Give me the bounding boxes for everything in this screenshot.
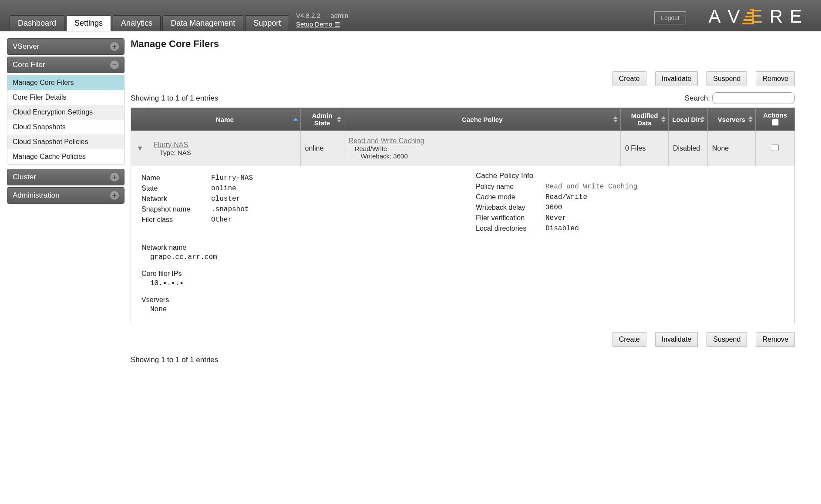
plus-icon: + xyxy=(110,173,119,181)
sidebar: VServer + Core Filer − Manage Core Filer… xyxy=(0,31,126,382)
filer-name-link[interactable]: Flurry-NAS xyxy=(154,141,188,148)
tab-dashboard[interactable]: Dashboard xyxy=(10,15,64,31)
tab-settings[interactable]: Settings xyxy=(66,15,111,31)
cache-policy-info-heading: Cache Policy Info xyxy=(476,171,784,180)
cell-admin-state: online xyxy=(300,131,344,166)
action-toolbar-top: Create Invalidate Suspend Remove xyxy=(131,71,795,86)
sidebar-item-core-filer-details[interactable]: Core Filer Details xyxy=(7,90,124,105)
core-ips-value: 10.▪.▪.▪ xyxy=(150,279,784,287)
remove-button[interactable]: Remove xyxy=(756,71,795,86)
network-name-label: Network name xyxy=(141,244,784,252)
invalidate-button[interactable]: Invalidate xyxy=(655,71,698,86)
col-local-dirs[interactable]: Local Dirs xyxy=(669,108,708,131)
core-filers-table: Name Admin State Cache Policy Modified D… xyxy=(131,108,795,166)
sidebar-section-vserver[interactable]: VServer + xyxy=(7,38,124,55)
avere-logo: AV ERE xyxy=(709,6,808,27)
col-vservers[interactable]: Vservers xyxy=(708,108,756,131)
sidebar-item-cloud-snapshot-policies[interactable]: Cloud Snapshot Policies xyxy=(7,134,124,149)
sidebar-section-cluster[interactable]: Cluster + xyxy=(7,169,124,185)
search-label: Search: xyxy=(685,94,710,102)
sort-desc-icon xyxy=(613,120,618,122)
policy-name-link[interactable]: Read and Write Caching xyxy=(545,183,637,191)
detail-label: Name xyxy=(141,174,211,182)
detail-value: .snapshot xyxy=(211,205,249,213)
search-input[interactable] xyxy=(712,92,795,104)
plus-icon: + xyxy=(110,191,119,200)
table-row: ▼ Flurry-NAS Type: NAS online Read and W… xyxy=(131,131,795,166)
detail-label: State xyxy=(141,185,211,192)
network-name-value: grape.cc.arr.com xyxy=(150,253,784,261)
detail-label: Writeback delay xyxy=(476,204,545,212)
col-expand xyxy=(131,108,149,131)
suspend-button[interactable]: Suspend xyxy=(707,71,747,86)
invalidate-button[interactable]: Invalidate xyxy=(655,332,698,347)
row-details-panel: NameFlurry-NAS Stateonline Networkcluste… xyxy=(131,166,795,324)
sort-asc-icon xyxy=(337,116,341,119)
row-expander[interactable]: ▼ xyxy=(131,131,149,166)
action-toolbar-bottom: Create Invalidate Suspend Remove xyxy=(131,332,795,347)
sort-asc-icon xyxy=(700,116,705,119)
create-button[interactable]: Create xyxy=(612,332,646,347)
suspend-button[interactable]: Suspend xyxy=(707,332,747,347)
sort-asc-icon xyxy=(613,116,618,119)
detail-label: Local directories xyxy=(476,225,545,232)
col-name[interactable]: Name xyxy=(149,108,301,131)
tab-data-management[interactable]: Data Management xyxy=(162,15,243,31)
tab-analytics[interactable]: Analytics xyxy=(113,15,161,31)
cell-vservers: None xyxy=(708,131,756,166)
plus-icon: + xyxy=(110,42,119,51)
sort-asc-icon xyxy=(293,118,298,121)
detail-label: Network xyxy=(141,195,211,203)
select-all-checkbox[interactable] xyxy=(772,119,779,126)
tab-support[interactable]: Support xyxy=(245,15,289,31)
sidebar-section-administration[interactable]: Administration + xyxy=(7,187,124,204)
sidebar-item-manage-core-filers[interactable]: Manage Core Filers xyxy=(7,75,124,90)
top-header: Logout AV ERE V4.8.2.2 --- admin Setup D… xyxy=(0,0,821,31)
detail-label: Filer verification xyxy=(476,214,545,222)
detail-value: Read/Write xyxy=(545,193,587,201)
detail-value: Other xyxy=(211,216,232,224)
detail-label: Policy name xyxy=(476,183,545,191)
filer-type: Type: NAS xyxy=(160,149,296,156)
cell-local-dirs: Disabled xyxy=(669,131,708,166)
detail-value: online xyxy=(211,185,236,192)
setup-demo-link[interactable]: Setup Demo ☰ xyxy=(296,20,340,28)
detail-value: Flurry-NAS xyxy=(211,174,253,182)
header-meta: V4.8.2.2 --- admin Setup Demo ☰ xyxy=(296,11,348,28)
cache-policy-link[interactable]: Read and Write Caching xyxy=(349,137,424,144)
page-title: Manage Core Filers xyxy=(131,38,795,50)
sidebar-item-manage-cache-policies[interactable]: Manage Cache Policies xyxy=(7,149,124,164)
sidebar-section-core-filer[interactable]: Core Filer − xyxy=(7,57,124,73)
sort-asc-icon xyxy=(748,116,753,119)
showing-text-bottom: Showing 1 to 1 of 1 entries xyxy=(131,356,795,364)
doc-icon: ☰ xyxy=(334,20,340,28)
col-cache-policy[interactable]: Cache Policy xyxy=(344,108,620,131)
main-content: Manage Core Filers Create Invalidate Sus… xyxy=(126,31,821,382)
col-modified-data[interactable]: Modified Data xyxy=(621,108,669,131)
remove-button[interactable]: Remove xyxy=(756,332,795,347)
sidebar-item-cloud-encryption[interactable]: Cloud Encryption Settings xyxy=(7,105,124,120)
sort-desc-icon xyxy=(337,120,341,122)
main-tabs: Dashboard Settings Analytics Data Manage… xyxy=(10,15,289,31)
cell-modified-data: 0 Files xyxy=(621,131,669,166)
detail-label: Filer class xyxy=(141,216,211,224)
row-checkbox[interactable] xyxy=(772,144,779,151)
detail-label: Cache mode xyxy=(476,193,545,201)
detail-value: Never xyxy=(545,214,566,222)
logout-button[interactable]: Logout xyxy=(654,11,686,24)
create-button[interactable]: Create xyxy=(612,71,646,86)
sidebar-item-cloud-snapshots[interactable]: Cloud Snapshots xyxy=(7,120,124,134)
sort-desc-icon xyxy=(748,120,753,122)
detail-label: Snapshot name xyxy=(141,205,211,213)
detail-value: cluster xyxy=(211,195,240,203)
minus-icon: − xyxy=(110,60,119,69)
version-text: V4.8.2.2 --- admin xyxy=(296,11,348,20)
detail-value: Disabled xyxy=(545,225,579,232)
writeback: Writeback: 3600 xyxy=(361,152,616,160)
col-admin-state[interactable]: Admin State xyxy=(300,108,344,131)
col-actions: Actions xyxy=(756,108,795,131)
sort-desc-icon xyxy=(700,120,705,122)
sidebar-items-core-filer: Manage Core Filers Core Filer Details Cl… xyxy=(7,75,124,165)
sort-desc-icon xyxy=(661,120,666,122)
cache-mode: Read/Write xyxy=(355,145,616,152)
